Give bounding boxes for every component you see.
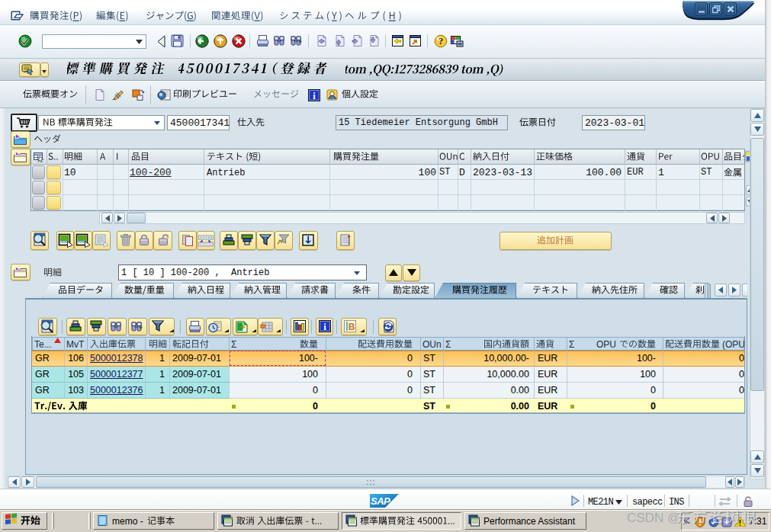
svg-text:i: i <box>313 91 316 101</box>
svg-text:SAP: SAP <box>371 495 390 507</box>
svg-text:?: ? <box>439 36 443 46</box>
